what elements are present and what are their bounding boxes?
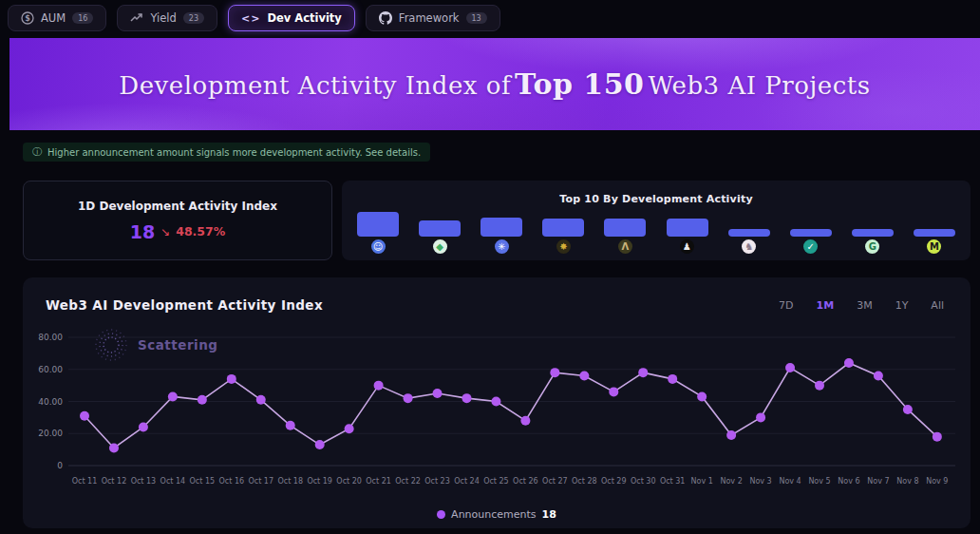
- y-axis-label: 40.00: [38, 397, 63, 407]
- x-axis-label: Nov 5: [808, 477, 830, 486]
- x-axis-label: Oct 11: [72, 477, 98, 486]
- data-point[interactable]: [668, 374, 677, 384]
- data-point[interactable]: [815, 381, 824, 391]
- token-10-icon: M: [927, 239, 941, 254]
- top10-column-token-10[interactable]: M: [914, 229, 955, 254]
- data-point[interactable]: [315, 440, 325, 449]
- top10-bars: ☺◆✳✸Λ♟♞✓GM: [357, 212, 955, 254]
- activity-bar: [852, 229, 894, 237]
- x-axis-label: Oct 26: [513, 477, 538, 486]
- data-point[interactable]: [579, 372, 589, 381]
- data-point[interactable]: [256, 395, 266, 405]
- top10-column-token-8[interactable]: ✓: [790, 229, 832, 254]
- notice-text: Higher announcement amount signals more …: [47, 147, 421, 158]
- top10-column-token-2[interactable]: ◆: [419, 220, 461, 254]
- top10-column-token-1[interactable]: ☺: [357, 212, 399, 254]
- tab-dev-activity[interactable]: <>Dev Activity: [228, 5, 355, 31]
- svg-text:$: $: [25, 14, 30, 23]
- x-axis-label: Oct 28: [572, 477, 597, 486]
- data-point[interactable]: [933, 432, 942, 442]
- y-axis-label: 80.00: [38, 333, 63, 342]
- data-point[interactable]: [462, 393, 471, 403]
- data-point[interactable]: [374, 381, 384, 391]
- activity-bar: [357, 212, 399, 237]
- token-4-icon: ✸: [556, 239, 571, 254]
- tab-label: Dev Activity: [267, 11, 341, 25]
- top10-card: Top 10 By Development Activity ☺◆✳✸Λ♟♞✓G…: [342, 181, 971, 260]
- data-point[interactable]: [433, 389, 443, 398]
- tab-yield[interactable]: Yield23: [117, 5, 217, 31]
- notice-pill[interactable]: ⓘ Higher announcement amount signals mor…: [23, 143, 430, 162]
- data-point[interactable]: [756, 412, 765, 422]
- x-axis-label: Nov 6: [838, 477, 859, 486]
- top10-column-token-4[interactable]: ✸: [542, 219, 584, 254]
- github-icon: [379, 11, 392, 25]
- x-axis-label: Oct 31: [660, 477, 686, 486]
- page-title-prefix: Development Activity Index of: [119, 71, 511, 100]
- x-axis-label: Oct 14: [160, 477, 186, 486]
- data-point[interactable]: [109, 443, 119, 452]
- data-point[interactable]: [198, 395, 207, 405]
- data-point[interactable]: [227, 374, 236, 384]
- x-axis-label: Oct 18: [277, 477, 303, 486]
- token-9-icon: G: [865, 239, 879, 254]
- data-point[interactable]: [139, 423, 148, 432]
- x-axis-label: Oct 29: [601, 477, 627, 486]
- data-point[interactable]: [844, 358, 854, 368]
- y-axis-label: 20.00: [38, 429, 63, 438]
- tab-count-badge: 13: [466, 12, 487, 24]
- data-point[interactable]: [491, 397, 500, 407]
- x-axis-label: Nov 3: [749, 477, 771, 486]
- x-axis-label: Oct 20: [336, 477, 362, 486]
- code-icon: <>: [241, 12, 260, 25]
- data-point[interactable]: [726, 430, 736, 440]
- x-axis-label: Oct 30: [631, 477, 656, 486]
- top10-column-token-9[interactable]: G: [852, 229, 894, 254]
- top10-column-token-5[interactable]: Λ: [604, 219, 646, 254]
- top10-column-token-3[interactable]: ✳: [481, 218, 522, 254]
- data-point[interactable]: [80, 411, 89, 421]
- data-point[interactable]: [520, 416, 530, 426]
- x-axis-label: Oct 27: [542, 477, 568, 486]
- y-axis-label: 0: [57, 461, 63, 470]
- chart-legend[interactable]: Announcements 18: [23, 508, 971, 521]
- trend-down-arrow-icon: ↘: [160, 225, 170, 238]
- x-axis-label: Oct 21: [366, 477, 391, 486]
- x-axis-label: Oct 22: [395, 477, 421, 486]
- x-axis-label: Nov 8: [896, 477, 918, 486]
- data-point[interactable]: [874, 372, 883, 381]
- x-axis-label: Oct 12: [102, 477, 127, 486]
- trend-up-icon: [130, 12, 143, 24]
- x-axis-label: Oct 24: [454, 477, 480, 486]
- data-point[interactable]: [345, 424, 354, 433]
- top10-title: Top 10 By Development Activity: [342, 193, 971, 205]
- token-6-icon: ♟: [680, 239, 694, 254]
- x-axis-label: Nov 4: [779, 477, 801, 486]
- hero-banner: Development Activity Index ofTop 150Web3…: [9, 38, 980, 130]
- data-point[interactable]: [168, 391, 178, 401]
- line-chart: 80.0060.0040.0020.000Oct 11Oct 12Oct 13O…: [23, 277, 971, 505]
- data-point[interactable]: [550, 368, 559, 377]
- activity-chart-card: Web3 AI Development Activity Index 7D1M3…: [23, 277, 971, 528]
- data-point[interactable]: [697, 391, 707, 401]
- daily-index-title: 1D Development Activity Index: [78, 200, 277, 213]
- tab-label: AUM: [41, 11, 66, 25]
- tab-framework[interactable]: Framework13: [366, 5, 500, 31]
- tab-count-badge: 23: [183, 12, 204, 24]
- data-point[interactable]: [638, 368, 648, 377]
- data-point[interactable]: [609, 387, 618, 396]
- data-point[interactable]: [286, 421, 295, 430]
- top10-column-token-7[interactable]: ♞: [728, 229, 770, 254]
- tab-aum[interactable]: $AUM16: [8, 5, 106, 31]
- activity-bar: [481, 218, 522, 237]
- daily-index-value: 18: [130, 221, 155, 242]
- data-point[interactable]: [785, 363, 795, 372]
- token-3-icon: ✳: [495, 239, 509, 254]
- daily-index-card: 1D Development Activity Index 18 ↘ 48.57…: [23, 181, 332, 260]
- x-axis-label: Nov 9: [926, 477, 948, 486]
- data-point[interactable]: [903, 405, 913, 414]
- top10-column-token-6[interactable]: ♟: [667, 219, 708, 254]
- token-7-icon: ♞: [742, 239, 756, 254]
- data-point[interactable]: [404, 393, 413, 403]
- daily-index-value-row: 18 ↘ 48.57%: [130, 221, 226, 242]
